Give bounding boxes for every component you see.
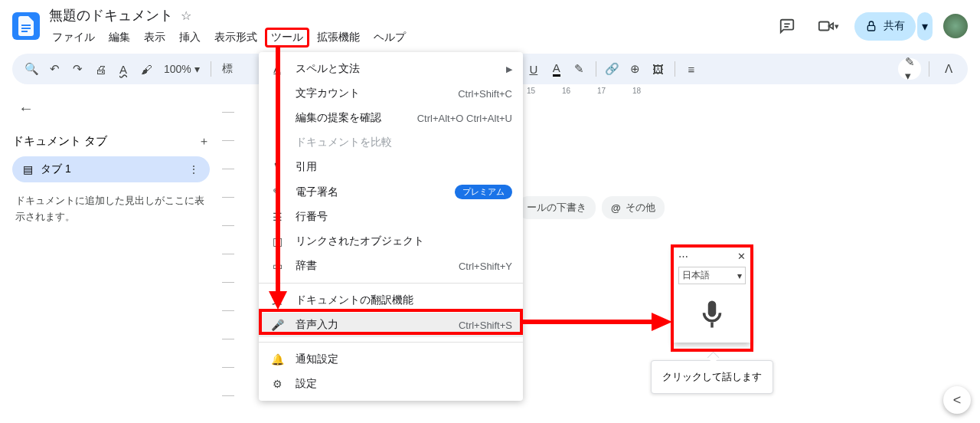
dd-dictionary[interactable]: ▭辞書Ctrl+Shift+Y	[259, 254, 523, 278]
menu-edit[interactable]: 編集	[103, 28, 136, 48]
chip-other[interactable]: @ その他	[602, 196, 665, 219]
quote-icon: ❞	[270, 161, 285, 173]
dd-preferences[interactable]: ⚙設定	[259, 372, 523, 396]
collapse-toolbar-icon[interactable]: ᐱ	[937, 58, 960, 80]
bell-icon: 🔔	[270, 353, 285, 366]
spellcheck-icon[interactable]: A	[112, 58, 135, 80]
menu-insert[interactable]: 挿入	[173, 28, 207, 48]
sidebar-title: ドキュメント タブ ＋	[12, 123, 210, 156]
linked-icon: ◫	[270, 235, 285, 248]
svg-rect-7	[867, 25, 874, 31]
tab-icon: ▤	[23, 163, 33, 175]
align-icon[interactable]: ≡	[680, 58, 703, 80]
docs-logo-icon[interactable]	[12, 12, 40, 40]
menu-bar: ファイル 編集 表示 挿入 表示形式 ツール 拡張機能 ヘルプ	[46, 28, 766, 48]
chevron-right-icon: ▶	[506, 64, 512, 74]
dd-linenumbers[interactable]: ☰行番号	[259, 205, 523, 229]
tools-dropdown: Aスペルと文法▶ 文字カウントCtrl+Shift+C 編集の提案を確認Ctrl…	[259, 52, 523, 401]
paint-format-icon[interactable]: 🖌	[135, 58, 158, 80]
chevron-down-icon: ▾	[737, 271, 742, 281]
svg-rect-1	[21, 28, 31, 29]
zoom-select[interactable]: 100% ▾	[158, 63, 206, 75]
svg-rect-2	[21, 31, 28, 32]
styles-select[interactable]: 標	[216, 62, 239, 76]
dd-translate[interactable]: 文ドキュメントの翻訳機能	[259, 288, 523, 313]
meet-icon[interactable]: ▾	[813, 11, 844, 41]
menu-format[interactable]: 表示形式	[208, 28, 263, 48]
share-button[interactable]: 共有	[854, 12, 916, 41]
voice-mic-button[interactable]	[674, 290, 750, 343]
book-icon: ▭	[270, 260, 285, 272]
dd-spelling[interactable]: Aスペルと文法▶	[259, 57, 523, 81]
dd-review[interactable]: 編集の提案を確認Ctrl+Alt+O Ctrl+Alt+U	[259, 106, 523, 130]
add-comment-icon[interactable]: ⊕	[624, 58, 647, 80]
undo-icon[interactable]: ↶	[43, 58, 66, 80]
sidebar-hint: ドキュメントに追加した見出しがここに表示されます。	[12, 182, 210, 236]
outline-sidebar: ← ドキュメント タブ ＋ ▤ タブ 1 ⋮ ドキュメントに追加した見出しがここ…	[0, 84, 222, 423]
menu-help[interactable]: ヘルプ	[368, 28, 412, 48]
add-tab-icon[interactable]: ＋	[198, 134, 210, 149]
text-color-icon[interactable]: A	[545, 58, 568, 80]
voice-tooltip: クリックして話します	[651, 360, 773, 394]
avatar[interactable]	[943, 14, 968, 38]
voice-close-icon[interactable]: ✕	[737, 251, 746, 262]
star-icon[interactable]: ☆	[181, 8, 191, 23]
voice-more-icon[interactable]: ⋯	[678, 251, 688, 262]
svg-rect-8	[710, 323, 714, 328]
spellcheck-icon: A	[270, 63, 285, 75]
highlight-color-icon[interactable]: ✎	[568, 58, 591, 80]
toggles-icon: ⚙	[270, 378, 285, 390]
menu-extensions[interactable]: 拡張機能	[311, 28, 366, 48]
share-dropdown-icon[interactable]: ▾	[917, 12, 933, 41]
tab-label: タブ 1	[41, 162, 71, 176]
svg-rect-0	[21, 25, 31, 26]
dd-voice-typing[interactable]: 🎤音声入力Ctrl+Shift+S	[259, 313, 523, 337]
title-area: 無題のドキュメント ☆ ファイル 編集 表示 挿入 表示形式 ツール 拡張機能 …	[46, 5, 766, 48]
editing-mode-icon[interactable]: ✎ ▾	[898, 58, 921, 80]
underline-icon[interactable]: U	[522, 58, 545, 80]
dd-esign[interactable]: ✎電子署名プレミアム	[259, 179, 523, 205]
dd-wordcount[interactable]: 文字カウントCtrl+Shift+C	[259, 81, 523, 106]
document-title[interactable]: 無題のドキュメント	[46, 5, 176, 26]
insert-image-icon[interactable]: 🖼	[647, 58, 670, 80]
tab-item[interactable]: ▤ タブ 1 ⋮	[12, 156, 210, 182]
app-header: 無題のドキュメント ☆ ファイル 編集 表示 挿入 表示形式 ツール 拡張機能 …	[0, 0, 980, 48]
voice-language-select[interactable]: 日本語▾	[678, 267, 746, 284]
dd-citation[interactable]: ❞引用	[259, 155, 523, 179]
chip-email-draft[interactable]: ールの下書き	[518, 196, 596, 219]
share-label: 共有	[884, 19, 905, 33]
svg-rect-5	[819, 22, 829, 31]
mic-icon: 🎤	[270, 319, 285, 331]
vertical-ruler	[222, 84, 234, 423]
header-actions: ▾ 共有 ▾	[772, 11, 968, 41]
dd-linked[interactable]: ◫リンクされたオブジェクト	[259, 229, 523, 254]
voice-typing-panel[interactable]: ⋯ ✕ 日本語▾	[674, 248, 750, 343]
translate-icon: 文	[270, 293, 285, 307]
search-icon[interactable]: 🔍	[20, 58, 43, 80]
explore-fab-icon[interactable]: <	[943, 386, 971, 414]
list-icon: ☰	[270, 211, 285, 223]
menu-tools[interactable]: ツール	[265, 28, 309, 48]
redo-icon[interactable]: ↷	[66, 58, 89, 80]
tab-more-icon[interactable]: ⋮	[188, 163, 199, 175]
print-icon[interactable]: 🖨	[89, 58, 112, 80]
menu-file[interactable]: ファイル	[46, 28, 101, 48]
insert-link-icon[interactable]: 🔗	[601, 58, 624, 80]
dd-compare: ドキュメントを比較	[259, 130, 523, 155]
back-arrow-icon[interactable]: ←	[12, 93, 210, 123]
signature-icon: ✎	[270, 186, 285, 198]
dd-notifications[interactable]: 🔔通知設定	[259, 347, 523, 372]
comment-history-icon[interactable]	[772, 11, 802, 41]
menu-view[interactable]: 表示	[138, 28, 172, 48]
